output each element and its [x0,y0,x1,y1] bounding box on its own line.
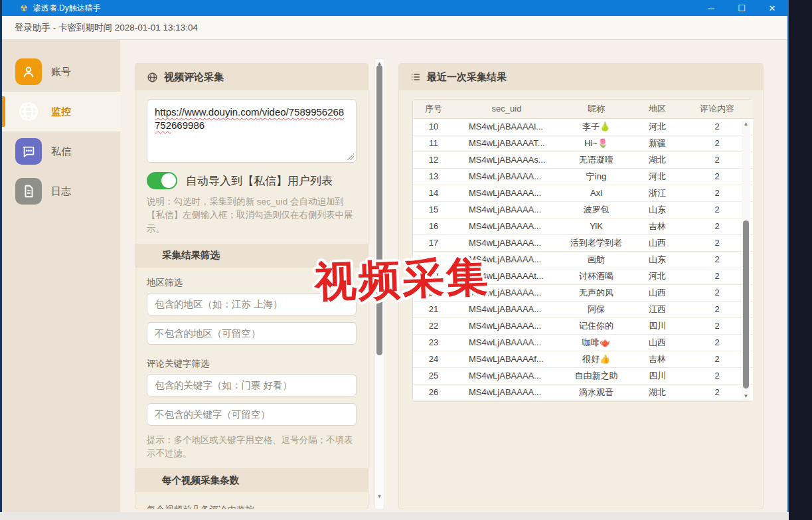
row-sec-uid: MS4wLjABAAAA... [454,251,559,268]
col-region: 地区 [633,100,681,118]
row-region: 四川 [633,367,681,384]
taskbar-strip [0,512,789,520]
row-seq: 24 [413,351,454,367]
table-header-row: 序号 sec_uid 昵称 地区 评论内容 [413,100,753,118]
desktop: ☢ 渗透者.Dy触达猎手 ─ ☐ ✕ 登录助手 - 卡密到期时间 2028-01… [0,0,812,520]
row-nickname: 阿保 [559,301,633,317]
table-row[interactable]: 11MS4wLjABAAAAT...Hi~🌷新疆2 [413,135,753,151]
auto-import-note: 说明：勾选时，采集到的新 sec_uid 会自动追加到【私信】左侧输入框；取消勾… [147,195,357,236]
row-sec-uid: MS4wLjABAAAA... [454,185,559,201]
doc-icon [15,178,42,205]
keyword-exclude-input[interactable] [147,403,357,426]
scroll-down-icon[interactable]: ▼ [742,393,750,399]
video-url-textarea[interactable]: https://www.douyin.com/video/75899562687… [147,99,357,163]
left-panel-scrollbar[interactable]: ▲ ▼ [374,58,384,509]
auto-import-toggle[interactable] [147,172,177,189]
row-nickname: 活到老学到老 [559,234,633,251]
row-sec-uid: MS4wLjABAAAA... [454,234,559,251]
row-seq: 15 [413,201,454,218]
table-row[interactable]: 19MS4wLjABAAAAt...讨杯酒喝河北2 [413,268,753,284]
titlebar: ☢ 渗透者.Dy触达猎手 ─ ☐ ✕ [2,0,787,16]
license-expiry-text: 登录助手 - 卡密到期时间 2028-01-01 13:13:04 [15,22,198,34]
filter-section-title: 采集结果筛选 [135,244,368,268]
minimize-button[interactable]: ─ [696,0,726,16]
scrollbar-thumb[interactable] [743,220,749,389]
table-row[interactable]: 16MS4wLjABAAAA...YiK吉林2 [413,218,753,234]
window-controls: ─ ☐ ✕ [696,0,787,16]
row-region: 吉林 [633,351,681,367]
row-region: 四川 [633,317,681,334]
col-nickname: 昵称 [559,100,633,118]
table-row[interactable]: 23MS4wLjABAAAA...咖啡🫖山西2 [413,334,753,351]
app-window: ☢ 渗透者.Dy触达猎手 ─ ☐ ✕ 登录助手 - 卡密到期时间 2028-01… [0,0,789,512]
row-nickname: 咖啡🫖 [559,334,633,351]
globe-icon [15,98,42,125]
table-row[interactable]: 22MS4wLjABAAAA...记住你的四川2 [413,317,753,334]
list-icon [410,72,421,82]
region-include-input[interactable] [147,293,357,315]
video-url-text-2: 669986 [171,120,204,131]
row-sec-uid: MS4wLjABAAAAl... [454,118,559,135]
row-sec-uid: MS4wLjABAAAA... [454,317,559,334]
row-nickname: 李子🍐 [559,118,633,135]
user-icon [15,58,42,85]
auto-import-label: 自动导入到【私信】用户列表 [186,173,333,189]
sidebar-item-messages[interactable]: 私信 [2,131,120,171]
table-scrollbar[interactable]: ▲ ▼ [742,120,750,400]
table-row[interactable]: 10MS4wLjABAAAAl...李子🍐河北2 [413,118,753,135]
row-seq: 11 [413,135,454,151]
row-region: 江西 [633,301,681,317]
table-row[interactable]: 21MS4wLjABAAAA...阿保江西2 [413,301,753,317]
row-sec-uid: MS4wLjABAAAA... [454,334,559,351]
row-seq: 13 [413,168,454,185]
app-icon: ☢ [20,4,28,13]
table-row[interactable]: 13MS4wLjABAAAA...宁ing河北2 [413,168,753,185]
row-sec-uid: MS4wLjABAAAA... [454,284,559,301]
maximize-button[interactable]: ☐ [726,0,757,16]
row-sec-uid: MS4wLjABAAAA... [454,201,559,218]
row-region: 山东 [633,251,681,268]
resize-grip[interactable] [347,153,354,160]
scroll-down-icon[interactable]: ▼ [375,493,384,499]
keyword-filter-label: 评论关键字筛选 [147,358,357,370]
row-region: 山西 [633,284,681,301]
table-row[interactable]: 14MS4wLjABAAAA...Axl浙江2 [413,185,753,201]
scroll-up-icon[interactable]: ▲ [742,121,750,127]
row-sec-uid: MS4wLjABAAAA... [454,218,559,234]
sidebar-item-monitor[interactable]: 监控 [2,92,120,131]
table-row[interactable]: 26MS4wLjABAAAA...滴水观音湖北2 [413,384,753,400]
row-region: 浙江 [633,185,681,201]
table-row[interactable]: 17MS4wLjABAAAA...活到老学到老山西2 [413,234,753,251]
sidebar-item-label: 账号 [51,66,71,78]
table-row[interactable]: 25MS4wLjABAAAA...自由新之助四川2 [413,367,753,384]
row-nickname: 很好👍 [559,351,633,367]
table-row[interactable]: 12MS4wLjABAAAAs...无语凝噎湖北2 [413,151,753,168]
row-seq: 16 [413,218,454,234]
table-row[interactable]: 15MS4wLjABAAAA...波罗包山东2 [413,201,753,218]
row-sec-uid: MS4wLjABAAAAf... [454,351,559,367]
chat-icon [15,138,42,165]
close-button[interactable]: ✕ [757,0,787,16]
scrollbar-thumb[interactable] [376,65,382,355]
row-region: 湖北 [633,151,681,168]
row-nickname: 讨杯酒喝 [559,268,633,284]
table-row[interactable]: 24MS4wLjABAAAAf...很好👍吉林2 [413,351,753,367]
row-sec-uid: MS4wLjABAAAA... [454,168,559,185]
results-table: 序号 sec_uid 昵称 地区 评论内容 10MS4wLjABAAAAl...… [413,100,753,401]
row-seq: 14 [413,185,454,201]
sidebar-item-log[interactable]: 日志 [2,171,120,211]
region-exclude-input[interactable] [147,322,357,345]
count-section-title: 每个视频采集条数 [135,468,368,492]
keyword-include-input[interactable] [147,374,357,396]
row-seq: 23 [413,334,454,351]
row-region: 吉林 [633,218,681,234]
row-nickname: Hi~🌷 [559,135,633,151]
table-row[interactable]: 20MS4wLjABAAAA...无声的风山西2 [413,284,753,301]
row-sec-uid: MS4wLjABAAAA... [454,384,559,400]
sidebar-item-account[interactable]: 账号 [2,52,120,92]
results-panel: 最近一次采集结果 序号 sec_uid 昵称 地区 评论 [398,63,764,509]
col-comments: 评论内容 [681,100,753,118]
table-row[interactable]: 18MS4wLjABAAAA...画舫山东2 [413,251,753,268]
row-seq: 25 [413,367,454,384]
globe-header-icon [147,72,158,83]
